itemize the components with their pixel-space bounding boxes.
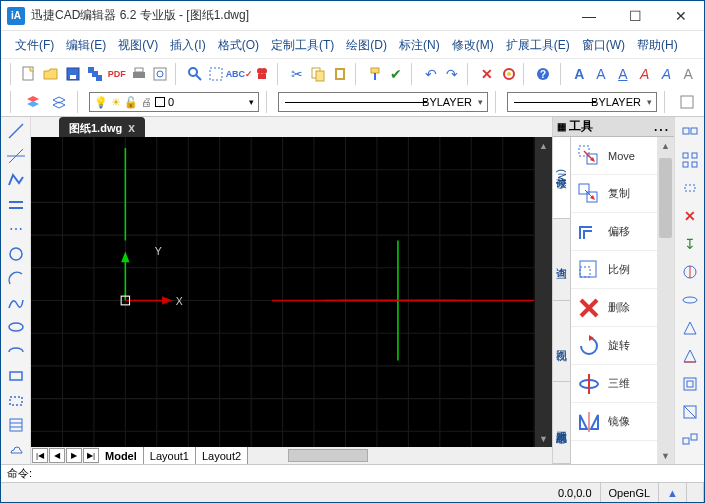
layer-combo[interactable]: 💡 ☀ 🔓 🖨 0 ▾: [89, 92, 259, 112]
rect3pt-tool-icon[interactable]: [4, 391, 28, 412]
tab-layout2[interactable]: Layout2: [196, 447, 248, 464]
panel-scrollbar[interactable]: ▲ ▼: [657, 137, 674, 464]
tab-model[interactable]: Model: [99, 447, 144, 464]
panel-scroll-thumb[interactable]: [659, 158, 672, 238]
explode-icon[interactable]: [678, 429, 702, 451]
textstyle-3[interactable]: A: [613, 63, 633, 85]
status-osnap-icon[interactable]: ▲: [659, 483, 687, 502]
menu-modify[interactable]: 修改(M): [446, 35, 500, 56]
measure-icon[interactable]: ✔: [386, 63, 406, 85]
help-icon[interactable]: ?: [533, 63, 553, 85]
undo-icon[interactable]: ↶: [421, 63, 441, 85]
format-paint-icon[interactable]: [365, 63, 385, 85]
tab-layout1[interactable]: Layout1: [144, 447, 196, 464]
cmd-rotate[interactable]: 旋转: [571, 327, 657, 365]
layer-state-icon[interactable]: [48, 91, 70, 113]
close-button[interactable]: ✕: [658, 1, 704, 31]
join-icon[interactable]: [678, 289, 702, 311]
purge-icon[interactable]: [499, 63, 519, 85]
extend-icon[interactable]: ↧: [678, 233, 702, 255]
pdf-icon[interactable]: PDF: [107, 63, 127, 85]
xline-tool-icon[interactable]: [4, 146, 28, 167]
command-line[interactable]: 命令:: [1, 464, 704, 482]
tab-nav-prev[interactable]: ◀: [49, 448, 65, 463]
erase-red-icon[interactable]: ✕: [477, 63, 497, 85]
print-icon[interactable]: [129, 63, 149, 85]
cmd-copy[interactable]: 复制: [571, 175, 657, 213]
array-path-icon[interactable]: [678, 149, 702, 171]
tab-nav-next[interactable]: ▶: [66, 448, 82, 463]
region-icon[interactable]: [678, 373, 702, 395]
plot-preview-icon[interactable]: [150, 63, 170, 85]
scroll-thumb-h[interactable]: [288, 449, 368, 462]
cmd-3drotate[interactable]: 三维: [571, 365, 657, 403]
mline-tool-icon[interactable]: [4, 195, 28, 216]
menu-view[interactable]: 视图(V): [112, 35, 164, 56]
rectangle-tool-icon[interactable]: [4, 366, 28, 387]
menu-format[interactable]: 格式(O): [212, 35, 265, 56]
document-tab[interactable]: 图纸1.dwg x: [59, 117, 145, 137]
menu-file[interactable]: 文件(F): [9, 35, 60, 56]
linetype-combo[interactable]: BYLAYER ▾: [278, 92, 488, 112]
tab-nav-first[interactable]: |◀: [32, 448, 48, 463]
paste-icon[interactable]: [330, 63, 350, 85]
polyline-tool-icon[interactable]: [4, 170, 28, 191]
line-tool-icon[interactable]: [4, 121, 28, 142]
lineweight-combo[interactable]: BYLAYER ▾: [507, 92, 657, 112]
ellipse-arc-tool-icon[interactable]: [4, 342, 28, 363]
textstyle-1[interactable]: A: [569, 63, 589, 85]
select-icon[interactable]: [207, 63, 227, 85]
trim-x-icon[interactable]: ✕: [678, 205, 702, 227]
scroll-down-icon[interactable]: ▼: [535, 430, 552, 447]
menu-insert[interactable]: 插入(I): [164, 35, 211, 56]
panel-scroll-down-icon[interactable]: ▼: [657, 447, 674, 464]
cmd-move[interactable]: Move: [571, 137, 657, 175]
textstyle-2[interactable]: A: [591, 63, 611, 85]
chamfer-icon[interactable]: [678, 345, 702, 367]
textstyle-4[interactable]: A: [635, 63, 655, 85]
tab-close-icon[interactable]: x: [128, 121, 135, 135]
find-icon[interactable]: [185, 63, 205, 85]
circle-tool-icon[interactable]: [4, 244, 28, 265]
tool-panel-menu-icon[interactable]: ...: [654, 120, 670, 134]
cmd-mirror[interactable]: 镜像: [571, 403, 657, 441]
dots-tool-icon[interactable]: ⋯: [4, 219, 28, 240]
cut-icon[interactable]: ✂: [287, 63, 307, 85]
maximize-button[interactable]: ☐: [612, 1, 658, 31]
side-tab-view[interactable]: 视图: [553, 301, 570, 383]
color-picker-icon[interactable]: [676, 91, 698, 113]
menu-window[interactable]: 窗口(W): [576, 35, 631, 56]
tool-panel-header[interactable]: ▦ 工具 ...: [553, 117, 674, 137]
save-icon[interactable]: [63, 63, 83, 85]
side-tab-orbit[interactable]: 三维动态观察: [553, 382, 570, 464]
cmd-erase[interactable]: 删除: [571, 289, 657, 327]
textstyle-6[interactable]: A: [678, 63, 698, 85]
revcloud-tool-icon[interactable]: [4, 440, 28, 461]
hatch-tool-icon[interactable]: [4, 415, 28, 436]
spellcheck-icon[interactable]: ABC✓: [228, 63, 250, 85]
minimize-button[interactable]: —: [566, 1, 612, 31]
cmd-scale[interactable]: 比例: [571, 251, 657, 289]
wipeout-icon[interactable]: [678, 401, 702, 423]
drawing-canvas[interactable]: Y X ▲ ▼ |◀ ◀ ▶ ▶|: [31, 137, 552, 464]
menu-edit[interactable]: 编辑(E): [60, 35, 112, 56]
menu-custom[interactable]: 定制工具(T): [265, 35, 340, 56]
menu-ext[interactable]: 扩展工具(E): [500, 35, 576, 56]
menu-draw[interactable]: 绘图(D): [340, 35, 393, 56]
stretch-icon[interactable]: [678, 177, 702, 199]
array-rect-icon[interactable]: [678, 121, 702, 143]
panel-scroll-up-icon[interactable]: ▲: [657, 137, 674, 154]
side-tab-modify[interactable]: 修改(M): [553, 137, 570, 219]
fillet-icon[interactable]: [678, 317, 702, 339]
menu-dim[interactable]: 标注(N): [393, 35, 446, 56]
textstyle-5[interactable]: A: [656, 63, 676, 85]
cmd-offset[interactable]: 偏移: [571, 213, 657, 251]
side-tab-query[interactable]: 查询: [553, 219, 570, 301]
copy-icon[interactable]: [309, 63, 329, 85]
ellipse-tool-icon[interactable]: [4, 317, 28, 338]
break-icon[interactable]: [678, 261, 702, 283]
saveall-icon[interactable]: [85, 63, 105, 85]
menu-help[interactable]: 帮助(H): [631, 35, 684, 56]
redo-icon[interactable]: ↷: [443, 63, 463, 85]
tab-nav-last[interactable]: ▶|: [83, 448, 99, 463]
